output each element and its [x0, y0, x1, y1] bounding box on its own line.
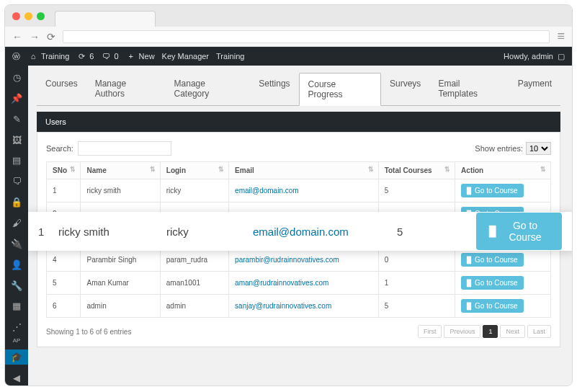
- tab-surveys[interactable]: Surveys: [381, 73, 429, 105]
- email-link[interactable]: aman@rudrainnovatives.com: [235, 279, 328, 287]
- close-window-button[interactable]: [12, 12, 20, 20]
- sort-icon: ⇅: [70, 166, 76, 173]
- page-1-button[interactable]: 1: [483, 325, 498, 338]
- updates-icon: ⟳: [76, 52, 86, 61]
- sort-icon: ⇅: [150, 166, 156, 173]
- lock-icon[interactable]: 🔒: [5, 195, 28, 210]
- courses-icon[interactable]: 🎓: [5, 349, 28, 365]
- tab-payment[interactable]: Payment: [509, 73, 560, 105]
- posts-icon[interactable]: ✎: [5, 112, 28, 127]
- sort-icon: ⇅: [540, 166, 546, 173]
- updates-link[interactable]: ⟳6: [76, 52, 94, 61]
- col-action[interactable]: Action⇅: [455, 162, 551, 179]
- tab-course-progress[interactable]: Course Progress: [299, 73, 381, 106]
- col-total-courses[interactable]: Total Courses⇅: [378, 162, 455, 179]
- browser-menu-icon[interactable]: ≡: [557, 29, 565, 44]
- minimize-window-button[interactable]: [24, 12, 32, 20]
- cell-name: Aman Kumar: [81, 272, 160, 295]
- updates-count: 6: [89, 52, 94, 61]
- cell-name: ricky smith: [81, 179, 160, 202]
- cell-login: aman1001: [160, 272, 228, 295]
- cell-sno: 4: [47, 249, 81, 272]
- ap-label[interactable]: AP: [13, 337, 21, 344]
- hr-total: 5: [397, 226, 476, 238]
- col-login[interactable]: Login⇅: [160, 162, 228, 179]
- table-row: 5Aman Kumaraman1001aman@rudrainnovatives…: [47, 272, 551, 295]
- go-to-course-button[interactable]: ▉Go to Course: [461, 299, 523, 313]
- traffic-lights: [12, 12, 45, 20]
- cell-login: ricky: [160, 179, 228, 202]
- tab-manage-authors[interactable]: Manage Authors: [86, 73, 166, 105]
- address-bar[interactable]: [63, 30, 550, 43]
- browser-tabstrip: [5, 5, 572, 27]
- email-link[interactable]: parambir@rudrainnovatives.com: [235, 256, 339, 264]
- cell-total: 5: [378, 179, 455, 202]
- email-link[interactable]: sanjay@rudrainnovatives.com: [235, 302, 331, 310]
- table-row: 4Parambir Singhparam_rudraparambir@rudra…: [47, 249, 551, 272]
- user-greeting[interactable]: Howdy, admin▢: [504, 52, 566, 61]
- home-icon: ⌂: [28, 52, 38, 61]
- training-link[interactable]: Training: [216, 52, 244, 61]
- col-sno[interactable]: SNo⇅: [47, 162, 81, 179]
- tools-icon[interactable]: 🔧: [5, 278, 28, 293]
- tab-settings[interactable]: Settings: [250, 73, 298, 105]
- col-email[interactable]: Email⇅: [229, 162, 379, 179]
- page-prev-button[interactable]: Previous: [444, 325, 480, 338]
- go-to-course-button[interactable]: ▉Go to Course: [461, 184, 523, 197]
- go-to-course-button[interactable]: ▉Go to Course: [461, 276, 523, 290]
- key-manager-link[interactable]: Key Manager: [162, 52, 209, 61]
- col-name[interactable]: Name⇅: [81, 162, 160, 179]
- users-icon[interactable]: 👤: [5, 257, 28, 272]
- tab-email-templates[interactable]: Email Templates: [429, 73, 509, 105]
- email-link[interactable]: email@domain.com: [235, 187, 299, 195]
- hr-login: ricky: [166, 226, 253, 238]
- pin-icon[interactable]: 📌: [5, 91, 28, 106]
- cell-email: sanjay@rudrainnovatives.com: [229, 295, 379, 318]
- search-input[interactable]: [78, 141, 171, 156]
- back-icon[interactable]: ←: [12, 31, 22, 43]
- hr-name: ricky smith: [58, 226, 166, 238]
- comments-link[interactable]: 🗨0: [101, 52, 118, 61]
- page-first-button[interactable]: First: [418, 325, 442, 338]
- book-icon: ▉: [467, 280, 472, 287]
- cell-sno: 1: [47, 179, 81, 202]
- appearance-icon[interactable]: 🖌: [5, 215, 28, 231]
- tab-manage-category[interactable]: Manage Category: [166, 73, 251, 105]
- cell-name: Parambir Singh: [81, 249, 160, 272]
- dashboard-icon[interactable]: ◷: [5, 70, 28, 85]
- tab-courses[interactable]: Courses: [37, 73, 86, 105]
- browser-toolbar: ← → ⟳ ≡: [5, 27, 572, 47]
- cell-action: ▉Go to Course: [455, 295, 551, 318]
- cell-email: parambir@rudrainnovatives.com: [229, 249, 379, 272]
- reload-icon[interactable]: ⟳: [47, 31, 55, 43]
- go-to-course-button[interactable]: ▉Go to Course: [476, 213, 562, 250]
- maximize-window-button[interactable]: [37, 12, 45, 20]
- book-icon: ▉: [467, 303, 472, 310]
- page-next-button[interactable]: Next: [500, 325, 525, 338]
- cell-total: 1: [378, 272, 455, 295]
- new-link[interactable]: +New: [126, 52, 155, 61]
- media-icon[interactable]: 🖼: [5, 133, 28, 148]
- sort-icon: ⇅: [444, 166, 450, 173]
- comments-count: 0: [114, 52, 118, 61]
- browser-tab[interactable]: [55, 11, 156, 27]
- wp-sidebar: ◷ 📌 ✎ 🖼 ▤ 🗨 🔒 🖌 🔌 👤 🔧 ▦ ⋰ AP 🎓 ◀: [5, 66, 28, 386]
- feed-icon[interactable]: ⋰: [5, 319, 28, 334]
- highlighted-row: 1 ricky smith ricky email@domain.com 5 ▉…: [28, 212, 572, 251]
- plugins-icon[interactable]: 🔌: [5, 236, 28, 251]
- pagination: First Previous 1 Next Last: [418, 325, 551, 338]
- entries-select[interactable]: 10: [526, 142, 551, 155]
- site-link[interactable]: ⌂Training: [28, 52, 69, 61]
- collapse-icon[interactable]: ◀: [5, 370, 28, 386]
- cell-action: ▉Go to Course: [455, 179, 551, 202]
- pages-icon[interactable]: ▤: [5, 153, 28, 168]
- page-last-button[interactable]: Last: [527, 325, 551, 338]
- course-tabs: CoursesManage AuthorsManage CategorySett…: [37, 73, 560, 106]
- table-row: 1ricky smithrickyemail@domain.com5▉Go to…: [47, 179, 551, 202]
- settings-icon[interactable]: ▦: [5, 298, 28, 313]
- wordpress-icon[interactable]: ⓦ: [11, 51, 21, 62]
- forward-icon[interactable]: →: [30, 31, 40, 43]
- plus-icon: +: [126, 52, 136, 61]
- go-to-course-button[interactable]: ▉Go to Course: [461, 253, 523, 267]
- comments-icon[interactable]: 🗨: [5, 174, 28, 189]
